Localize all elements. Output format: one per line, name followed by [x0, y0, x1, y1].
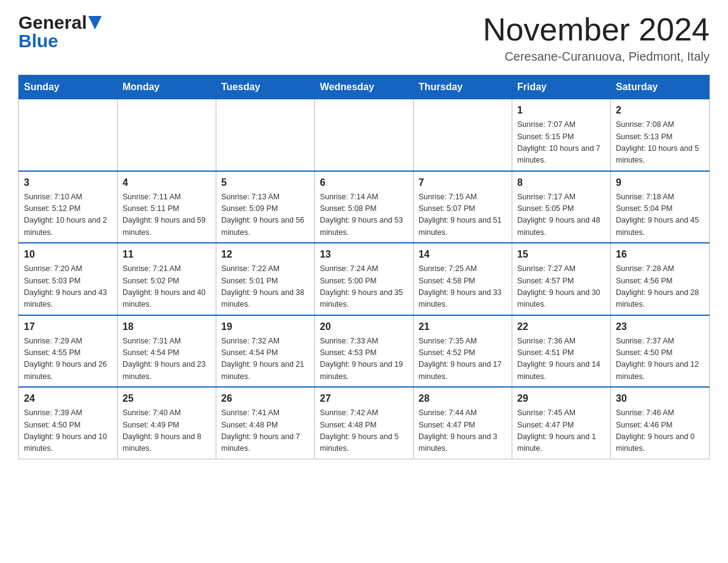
day-info: Sunrise: 7:33 AMSunset: 4:53 PMDaylight:…: [320, 335, 408, 383]
header-tuesday: Tuesday: [216, 75, 315, 99]
day-number: 26: [221, 391, 309, 406]
calendar-cell: [414, 99, 512, 171]
calendar-week-row: 10Sunrise: 7:20 AMSunset: 5:03 PMDayligh…: [19, 243, 710, 315]
day-number: 18: [123, 320, 211, 334]
day-number: 7: [419, 175, 507, 190]
day-number: 4: [123, 175, 211, 190]
day-info: Sunrise: 7:35 AMSunset: 4:52 PMDaylight:…: [419, 335, 507, 383]
day-number: 13: [320, 247, 408, 262]
day-number: 3: [24, 175, 112, 190]
day-info: Sunrise: 7:24 AMSunset: 5:00 PMDaylight:…: [320, 263, 408, 311]
calendar-cell: 13Sunrise: 7:24 AMSunset: 5:00 PMDayligh…: [315, 243, 414, 315]
logo-triangle-icon: [88, 16, 102, 29]
calendar-week-row: 3Sunrise: 7:10 AMSunset: 5:12 PMDaylight…: [19, 171, 710, 243]
day-info: Sunrise: 7:22 AMSunset: 5:01 PMDaylight:…: [221, 263, 309, 311]
calendar-week-row: 17Sunrise: 7:29 AMSunset: 4:55 PMDayligh…: [19, 315, 710, 388]
day-info: Sunrise: 7:15 AMSunset: 5:07 PMDaylight:…: [419, 191, 507, 239]
subtitle: Ceresane-Curanuova, Piedmont, Italy: [483, 50, 710, 64]
day-info: Sunrise: 7:11 AMSunset: 5:11 PMDaylight:…: [123, 191, 211, 239]
calendar-cell: 20Sunrise: 7:33 AMSunset: 4:53 PMDayligh…: [315, 315, 414, 388]
calendar-cell: 7Sunrise: 7:15 AMSunset: 5:07 PMDaylight…: [414, 171, 512, 243]
day-number: 6: [320, 175, 408, 190]
calendar-cell: 28Sunrise: 7:44 AMSunset: 4:47 PMDayligh…: [414, 387, 512, 459]
day-info: Sunrise: 7:28 AMSunset: 4:56 PMDaylight:…: [616, 263, 704, 311]
day-info: Sunrise: 7:14 AMSunset: 5:08 PMDaylight:…: [320, 191, 408, 239]
calendar-cell: 21Sunrise: 7:35 AMSunset: 4:52 PMDayligh…: [414, 315, 512, 388]
day-info: Sunrise: 7:39 AMSunset: 4:50 PMDaylight:…: [24, 407, 112, 455]
svg-marker-0: [88, 16, 102, 29]
day-info: Sunrise: 7:10 AMSunset: 5:12 PMDaylight:…: [24, 191, 112, 239]
day-number: 23: [616, 320, 704, 334]
logo-general-text: General: [18, 12, 87, 33]
day-number: 20: [320, 320, 408, 334]
calendar-cell: 4Sunrise: 7:11 AMSunset: 5:11 PMDaylight…: [118, 171, 216, 243]
calendar-cell: 19Sunrise: 7:32 AMSunset: 4:54 PMDayligh…: [216, 315, 315, 388]
calendar-cell: [118, 99, 216, 171]
calendar-table: Sunday Monday Tuesday Wednesday Thursday…: [18, 75, 710, 459]
day-number: 10: [24, 247, 112, 262]
calendar-cell: 14Sunrise: 7:25 AMSunset: 4:58 PMDayligh…: [414, 243, 512, 315]
calendar-cell: [216, 99, 315, 171]
calendar-cell: 27Sunrise: 7:42 AMSunset: 4:48 PMDayligh…: [315, 387, 414, 459]
header-wednesday: Wednesday: [315, 75, 414, 99]
calendar-cell: 26Sunrise: 7:41 AMSunset: 4:48 PMDayligh…: [216, 387, 315, 459]
day-info: Sunrise: 7:20 AMSunset: 5:03 PMDaylight:…: [24, 263, 112, 311]
day-info: Sunrise: 7:42 AMSunset: 4:48 PMDaylight:…: [320, 407, 408, 455]
calendar-cell: 5Sunrise: 7:13 AMSunset: 5:09 PMDaylight…: [216, 171, 315, 243]
calendar-cell: 17Sunrise: 7:29 AMSunset: 4:55 PMDayligh…: [19, 315, 118, 388]
logo: General Blue: [18, 12, 102, 52]
day-number: 8: [517, 175, 605, 190]
header-sunday: Sunday: [19, 75, 118, 99]
calendar-header-row: Sunday Monday Tuesday Wednesday Thursday…: [19, 75, 710, 99]
calendar-cell: 23Sunrise: 7:37 AMSunset: 4:50 PMDayligh…: [611, 315, 710, 388]
day-number: 24: [24, 391, 112, 406]
day-info: Sunrise: 7:32 AMSunset: 4:54 PMDaylight:…: [221, 335, 309, 383]
day-number: 19: [221, 320, 309, 334]
day-number: 2: [616, 103, 704, 118]
day-info: Sunrise: 7:46 AMSunset: 4:46 PMDaylight:…: [616, 407, 704, 455]
day-info: Sunrise: 7:29 AMSunset: 4:55 PMDaylight:…: [24, 335, 112, 383]
day-info: Sunrise: 7:27 AMSunset: 4:57 PMDaylight:…: [517, 263, 605, 311]
calendar-cell: 3Sunrise: 7:10 AMSunset: 5:12 PMDaylight…: [19, 171, 118, 243]
day-info: Sunrise: 7:31 AMSunset: 4:54 PMDaylight:…: [123, 335, 211, 383]
day-number: 21: [419, 320, 507, 334]
day-number: 5: [221, 175, 309, 190]
day-info: Sunrise: 7:40 AMSunset: 4:49 PMDaylight:…: [123, 407, 211, 455]
day-info: Sunrise: 7:08 AMSunset: 5:13 PMDaylight:…: [616, 119, 704, 167]
calendar-cell: 15Sunrise: 7:27 AMSunset: 4:57 PMDayligh…: [512, 243, 611, 315]
calendar-cell: 25Sunrise: 7:40 AMSunset: 4:49 PMDayligh…: [118, 387, 216, 459]
day-number: 11: [123, 247, 211, 262]
day-info: Sunrise: 7:18 AMSunset: 5:04 PMDaylight:…: [616, 191, 704, 239]
calendar-cell: 8Sunrise: 7:17 AMSunset: 5:05 PMDaylight…: [512, 171, 611, 243]
page-title: November 2024: [483, 12, 710, 47]
calendar-cell: 9Sunrise: 7:18 AMSunset: 5:04 PMDaylight…: [611, 171, 710, 243]
day-info: Sunrise: 7:25 AMSunset: 4:58 PMDaylight:…: [419, 263, 507, 311]
day-number: 1: [517, 103, 605, 118]
calendar-cell: 1Sunrise: 7:07 AMSunset: 5:15 PMDaylight…: [512, 99, 611, 171]
calendar-cell: 24Sunrise: 7:39 AMSunset: 4:50 PMDayligh…: [19, 387, 118, 459]
calendar-cell: 22Sunrise: 7:36 AMSunset: 4:51 PMDayligh…: [512, 315, 611, 388]
day-number: 16: [616, 247, 704, 262]
header-saturday: Saturday: [611, 75, 710, 99]
calendar-cell: [315, 99, 414, 171]
day-number: 27: [320, 391, 408, 406]
calendar-cell: 10Sunrise: 7:20 AMSunset: 5:03 PMDayligh…: [19, 243, 118, 315]
page-header: General Blue November 2024 Ceresane-Cura…: [18, 12, 710, 64]
day-number: 28: [419, 391, 507, 406]
day-number: 25: [123, 391, 211, 406]
day-info: Sunrise: 7:37 AMSunset: 4:50 PMDaylight:…: [616, 335, 704, 383]
day-info: Sunrise: 7:45 AMSunset: 4:47 PMDaylight:…: [517, 407, 605, 455]
calendar-cell: 16Sunrise: 7:28 AMSunset: 4:56 PMDayligh…: [611, 243, 710, 315]
day-number: 30: [616, 391, 704, 406]
calendar-week-row: 24Sunrise: 7:39 AMSunset: 4:50 PMDayligh…: [19, 387, 710, 459]
calendar-cell: 29Sunrise: 7:45 AMSunset: 4:47 PMDayligh…: [512, 387, 611, 459]
calendar-cell: 11Sunrise: 7:21 AMSunset: 5:02 PMDayligh…: [118, 243, 216, 315]
logo-blue-text: Blue: [18, 31, 58, 52]
calendar-cell: 2Sunrise: 7:08 AMSunset: 5:13 PMDaylight…: [611, 99, 710, 171]
calendar-cell: 30Sunrise: 7:46 AMSunset: 4:46 PMDayligh…: [611, 387, 710, 459]
header-monday: Monday: [118, 75, 216, 99]
day-info: Sunrise: 7:21 AMSunset: 5:02 PMDaylight:…: [123, 263, 211, 311]
day-info: Sunrise: 7:07 AMSunset: 5:15 PMDaylight:…: [517, 119, 605, 167]
logo-icon: General: [18, 12, 102, 33]
day-info: Sunrise: 7:44 AMSunset: 4:47 PMDaylight:…: [419, 407, 507, 455]
